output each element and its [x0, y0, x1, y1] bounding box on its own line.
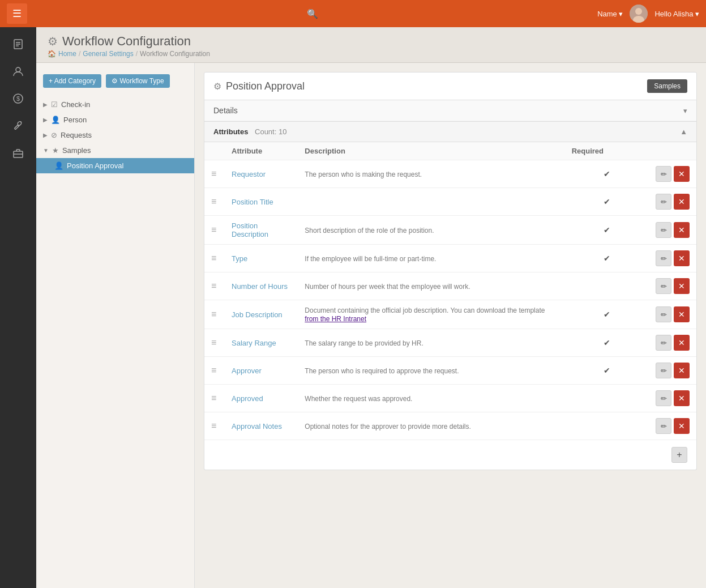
attributes-chevron-icon[interactable]: ▲	[680, 127, 687, 136]
attr-name[interactable]: Requestor	[232, 170, 266, 178]
action-buttons: ✏ ✕	[656, 306, 690, 322]
sidebar-dollar-icon[interactable]: $	[6, 86, 31, 111]
nav-item-checkin[interactable]: ▶ ☑ Check-in	[36, 97, 194, 112]
th-description: Description	[298, 142, 564, 160]
required-check-icon: ✔	[604, 254, 610, 263]
attr-name[interactable]: Job Description	[232, 310, 283, 319]
nav-label-checkin: Check-in	[61, 100, 90, 109]
nav-item-requests[interactable]: ▶ ⊘ Requests	[36, 127, 194, 143]
details-panel: Details ▾	[204, 100, 697, 122]
delete-attribute-button[interactable]: ✕	[674, 250, 690, 266]
details-label: Details	[213, 106, 238, 115]
add-category-button[interactable]: + Add Category	[43, 74, 101, 88]
delete-attribute-button[interactable]: ✕	[674, 278, 690, 294]
edit-attribute-button[interactable]: ✏	[656, 194, 671, 210]
edit-attribute-button[interactable]: ✏	[656, 363, 671, 378]
drag-handle-cell[interactable]: ≡	[204, 385, 225, 412]
sidebar-briefcase-icon[interactable]	[6, 140, 31, 165]
delete-attribute-button[interactable]: ✕	[674, 306, 690, 322]
attr-name[interactable]: Position Description	[232, 221, 268, 238]
attr-name-cell: Salary Range	[225, 329, 298, 357]
drag-handle-cell[interactable]: ≡	[204, 412, 225, 440]
workflow-type-button[interactable]: ⚙ Workflow Type	[106, 74, 170, 88]
drag-handle-cell[interactable]: ≡	[204, 300, 225, 329]
arrow-checkin: ▶	[43, 101, 48, 108]
hello-user[interactable]: Hello Alisha ▾	[654, 10, 699, 18]
delete-attribute-button[interactable]: ✕	[674, 335, 690, 351]
attr-name[interactable]: Approval Notes	[232, 422, 282, 431]
nav-label-person: Person	[63, 116, 87, 124]
table-row: ≡Job DescriptionDocument containing the …	[204, 300, 696, 329]
edit-attribute-button[interactable]: ✏	[656, 250, 671, 266]
attr-desc-cell: The person who is required to approve th…	[298, 357, 564, 385]
attr-name-cell: Position Title	[225, 188, 298, 216]
action-buttons: ✏ ✕	[656, 166, 690, 182]
attr-name[interactable]: Salary Range	[232, 339, 276, 347]
edit-attribute-button[interactable]: ✏	[656, 166, 671, 182]
table-row: ≡TypeIf the employee will be full-time o…	[204, 245, 696, 272]
delete-attribute-button[interactable]: ✕	[674, 418, 690, 434]
delete-attribute-button[interactable]: ✕	[674, 194, 690, 210]
sidebar-person-icon[interactable]	[6, 59, 31, 84]
attr-actions-cell: ✏ ✕	[649, 300, 696, 329]
page-title-text: Workflow Configuration	[62, 34, 191, 49]
drag-handle-icon: ≡	[211, 197, 216, 206]
attr-name[interactable]: Position Title	[232, 198, 273, 206]
drag-handle-cell[interactable]: ≡	[204, 272, 225, 300]
drag-handle-cell[interactable]: ≡	[204, 160, 225, 188]
name-dropdown[interactable]: Name ▾	[597, 10, 623, 18]
breadcrumb-current: Workflow Configuration	[140, 50, 210, 58]
drag-handle-cell[interactable]: ≡	[204, 329, 225, 357]
nav-label-requests: Requests	[61, 131, 92, 139]
search-icon[interactable]: 🔍	[307, 8, 318, 19]
table-row: ≡ApprovedWhether the request was approve…	[204, 385, 696, 412]
edit-attribute-button[interactable]: ✏	[656, 390, 671, 406]
sidebar-document-icon[interactable]	[6, 32, 31, 57]
attr-name-cell: Requestor	[225, 160, 298, 188]
attr-name-cell: Job Description	[225, 300, 298, 329]
drag-handle-icon: ≡	[211, 421, 216, 431]
edit-attribute-button[interactable]: ✏	[656, 278, 671, 294]
nav-item-position-approval[interactable]: 👤 Position Approval	[36, 158, 194, 173]
edit-attribute-button[interactable]: ✏	[656, 335, 671, 351]
attr-name[interactable]: Number of Hours	[232, 282, 288, 291]
drag-handle-cell[interactable]: ≡	[204, 357, 225, 385]
nav-item-samples[interactable]: ▼ ★ Samples	[36, 143, 194, 158]
main-wrapper: ⚙ Workflow Configuration 🏠 Home / Genera…	[36, 27, 706, 588]
attributes-label: Attributes	[213, 127, 248, 136]
delete-attribute-button[interactable]: ✕	[674, 222, 690, 238]
breadcrumb-home[interactable]: Home	[58, 50, 76, 58]
breadcrumb-general-settings[interactable]: General Settings	[83, 50, 133, 58]
attr-name-cell: Approver	[225, 357, 298, 385]
avatar	[630, 5, 648, 23]
left-sidebar: $	[0, 27, 36, 588]
table-row: ≡Approval NotesOptional notes for the ap…	[204, 412, 696, 440]
delete-attribute-button[interactable]: ✕	[674, 363, 690, 378]
details-row[interactable]: Details ▾	[204, 100, 696, 121]
delete-attribute-button[interactable]: ✕	[674, 390, 690, 406]
hamburger-button[interactable]: ☰	[7, 3, 27, 24]
delete-attribute-button[interactable]: ✕	[674, 166, 690, 182]
action-buttons: ✏ ✕	[656, 418, 690, 434]
drag-handle-icon: ≡	[211, 253, 216, 263]
sidebar-wrench-icon[interactable]	[6, 113, 31, 138]
edit-attribute-button[interactable]: ✏	[656, 222, 671, 238]
attr-actions-cell: ✏ ✕	[649, 245, 696, 272]
nav-item-person[interactable]: ▶ 👤 Person	[36, 112, 194, 127]
attr-name[interactable]: Approver	[232, 367, 262, 375]
add-attribute-button[interactable]: +	[671, 447, 687, 463]
attr-actions-cell: ✏ ✕	[649, 329, 696, 357]
drag-handle-icon: ≡	[211, 393, 216, 403]
samples-button[interactable]: Samples	[647, 79, 687, 93]
attr-name[interactable]: Approved	[232, 394, 263, 403]
edit-attribute-button[interactable]: ✏	[656, 418, 671, 434]
section-gear-icon: ⚙	[213, 81, 221, 92]
drag-handle-cell[interactable]: ≡	[204, 245, 225, 272]
edit-attribute-button[interactable]: ✏	[656, 306, 671, 322]
required-check-icon: ✔	[604, 366, 610, 375]
nav-label-position-approval: Position Approval	[67, 161, 123, 170]
attr-name[interactable]: Type	[232, 254, 247, 263]
drag-handle-cell[interactable]: ≡	[204, 188, 225, 216]
drag-handle-cell[interactable]: ≡	[204, 216, 225, 245]
attr-desc-cell: If the employee will be full-time or par…	[298, 245, 564, 272]
